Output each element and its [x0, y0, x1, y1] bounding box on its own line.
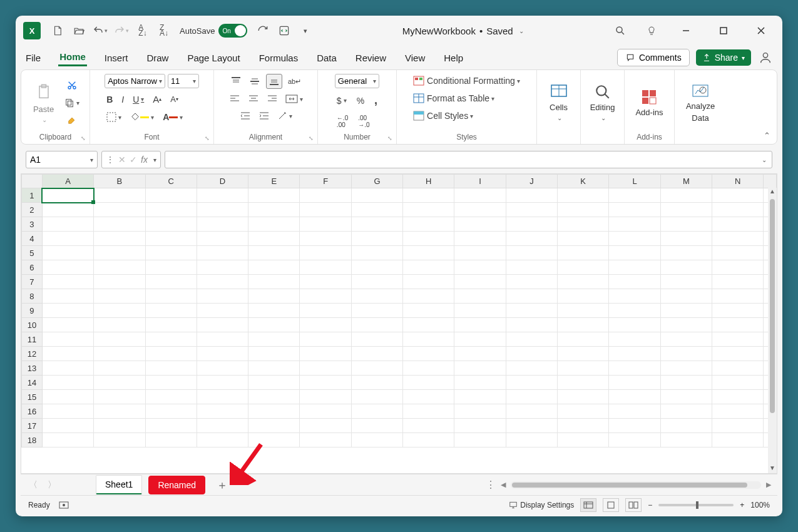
cell[interactable] — [403, 232, 454, 246]
next-sheet-icon[interactable]: 〉 — [46, 479, 58, 491]
cell[interactable] — [660, 332, 712, 347]
cell[interactable] — [300, 404, 351, 419]
normal-view-icon[interactable] — [580, 498, 596, 512]
cell[interactable] — [454, 304, 506, 318]
cell[interactable] — [94, 361, 145, 376]
row-header[interactable]: 1 — [22, 188, 43, 203]
cell[interactable] — [42, 347, 93, 361]
cell[interactable] — [145, 419, 197, 433]
macro-record-icon[interactable] — [59, 501, 69, 509]
cell[interactable] — [712, 203, 763, 217]
undo-button[interactable]: ▾ — [91, 21, 110, 40]
comma-format-icon[interactable]: , — [372, 92, 379, 109]
cell[interactable] — [145, 332, 197, 347]
cell[interactable] — [506, 188, 557, 203]
fx-icon[interactable]: fx — [141, 155, 148, 165]
cell[interactable] — [351, 404, 402, 419]
align-bottom-icon[interactable] — [266, 74, 282, 89]
cell[interactable] — [506, 332, 557, 347]
cell[interactable] — [248, 361, 300, 376]
cell[interactable] — [660, 289, 712, 304]
cell[interactable] — [145, 232, 197, 246]
column-header[interactable]: C — [145, 175, 197, 188]
font-color-icon[interactable]: A▾ — [161, 110, 185, 124]
row-header[interactable]: 4 — [22, 232, 43, 246]
cell[interactable] — [558, 332, 609, 347]
cell[interactable] — [300, 390, 351, 404]
cell[interactable] — [558, 404, 609, 419]
column-header[interactable]: M — [660, 175, 712, 188]
cell[interactable] — [94, 304, 145, 318]
orientation-icon[interactable]: ▾ — [275, 109, 294, 123]
cell[interactable] — [300, 217, 351, 232]
new-file-icon[interactable] — [48, 21, 67, 40]
font-size-select[interactable]: 11▾ — [168, 74, 199, 88]
cell[interactable] — [300, 433, 351, 448]
cell[interactable] — [558, 232, 609, 246]
cell[interactable] — [403, 404, 454, 419]
tab-home[interactable]: Home — [58, 49, 87, 66]
cell[interactable] — [94, 390, 145, 404]
cell[interactable] — [94, 275, 145, 289]
excel-app-icon[interactable]: X — [23, 22, 41, 39]
cell[interactable] — [300, 188, 351, 203]
qat-customize-icon[interactable]: ▾ — [296, 21, 315, 40]
cell[interactable] — [351, 260, 402, 275]
row-header[interactable]: 11 — [22, 332, 43, 347]
tab-draw[interactable]: Draw — [145, 50, 170, 66]
column-header[interactable]: F — [300, 175, 351, 188]
cell[interactable] — [506, 260, 557, 275]
cell[interactable] — [248, 304, 300, 318]
row-header[interactable]: 9 — [22, 304, 43, 318]
cell[interactable] — [145, 390, 197, 404]
cell[interactable] — [660, 433, 712, 448]
zoom-slider[interactable] — [658, 504, 734, 506]
cell[interactable] — [94, 404, 145, 419]
cell[interactable] — [42, 188, 93, 203]
cell[interactable] — [454, 376, 506, 390]
cell[interactable] — [454, 318, 506, 332]
cell[interactable] — [609, 304, 660, 318]
vertical-scrollbar[interactable]: ▲ ▼ — [768, 188, 777, 473]
cell[interactable] — [712, 433, 763, 448]
horizontal-scrollbar[interactable] — [511, 481, 761, 489]
page-layout-view-icon[interactable] — [603, 498, 619, 512]
tab-help[interactable]: Help — [442, 50, 464, 66]
cell[interactable] — [94, 188, 145, 203]
borders-icon[interactable]: ▾ — [105, 110, 123, 124]
spreadsheet-grid[interactable]: ABCDEFGHIJKLMN12345678910111213141516171… — [21, 173, 777, 474]
cell[interactable] — [558, 289, 609, 304]
refresh-icon[interactable] — [253, 21, 272, 40]
cells-button[interactable]: Cells⌄ — [539, 84, 579, 121]
cell[interactable] — [42, 318, 93, 332]
row-header[interactable]: 14 — [22, 376, 43, 390]
autosave-toggle[interactable]: AutoSave On — [180, 24, 247, 38]
cell[interactable] — [197, 246, 248, 260]
cell[interactable] — [351, 419, 402, 433]
cell[interactable] — [558, 318, 609, 332]
cell[interactable] — [558, 419, 609, 433]
wrap-text-icon[interactable]: ab↵ — [286, 74, 303, 89]
dialog-launcher-icon[interactable]: ⤡ — [387, 135, 392, 141]
cell[interactable] — [197, 260, 248, 275]
zoom-in-button[interactable]: + — [740, 501, 744, 509]
cell[interactable] — [351, 347, 402, 361]
cell[interactable] — [609, 289, 660, 304]
cell[interactable] — [94, 289, 145, 304]
more-icon[interactable]: ⋮ — [106, 155, 115, 165]
cell[interactable] — [660, 404, 712, 419]
italic-button[interactable]: I — [120, 93, 126, 106]
cell[interactable] — [558, 304, 609, 318]
cell[interactable] — [403, 361, 454, 376]
cell[interactable] — [197, 203, 248, 217]
cell[interactable] — [403, 332, 454, 347]
cell[interactable] — [351, 318, 402, 332]
conditional-formatting-button[interactable]: Conditional Formatting▾ — [411, 74, 522, 88]
cell[interactable] — [506, 275, 557, 289]
cell[interactable] — [609, 318, 660, 332]
cell[interactable] — [197, 232, 248, 246]
cell[interactable] — [660, 217, 712, 232]
cell[interactable] — [660, 390, 712, 404]
cell[interactable] — [609, 188, 660, 203]
cell[interactable] — [42, 289, 93, 304]
